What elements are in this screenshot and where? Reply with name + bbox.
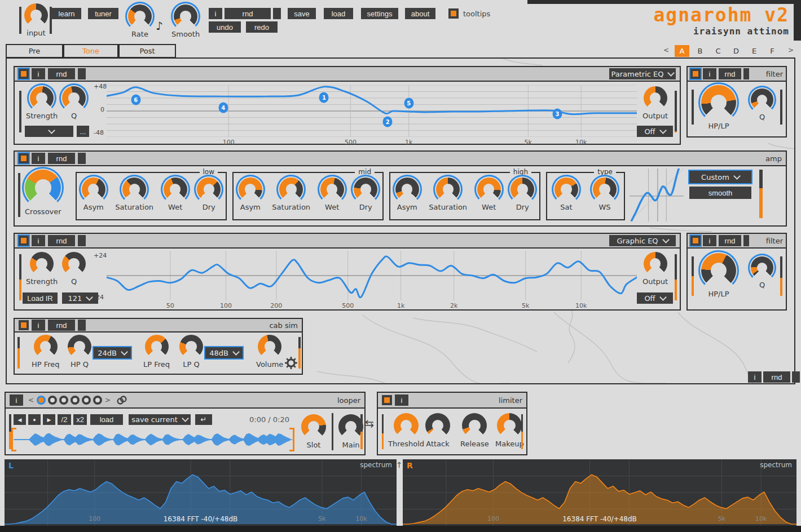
tab-pre[interactable]: Pre — [6, 44, 63, 58]
load-button[interactable]: load — [324, 8, 353, 19]
swap-channels-icon[interactable]: ⇆ — [365, 417, 374, 429]
band-dropdown[interactable] — [25, 126, 73, 137]
rate-knob[interactable]: Rate — [128, 5, 152, 38]
bands-dropdown[interactable]: 121 — [62, 292, 98, 304]
threshold-knob[interactable]: Threshold — [388, 413, 424, 448]
preset-slot-c[interactable]: C — [711, 45, 725, 57]
randomize-button[interactable]: rnd — [719, 235, 741, 246]
saturation-knob[interactable]: Saturation — [115, 178, 153, 211]
randomize-button[interactable]: rnd — [48, 320, 75, 331]
strength-knob[interactable]: Strength — [26, 252, 58, 286]
save-button[interactable]: save — [288, 8, 316, 19]
asym-knob[interactable]: Asym — [82, 178, 105, 211]
play-button[interactable]: ▶ — [43, 414, 55, 425]
info-button[interactable]: i — [703, 235, 716, 246]
info-button[interactable]: i — [703, 68, 716, 79]
tab-tone[interactable]: Tone — [63, 44, 118, 58]
limiter-enable-checkbox[interactable] — [382, 395, 392, 405]
attack-knob[interactable]: Attack — [425, 413, 450, 448]
hp-q-knob[interactable]: HP Q — [68, 335, 91, 369]
save-current-dropdown[interactable]: save current — [129, 414, 191, 425]
loop-start-bracket[interactable] — [11, 428, 16, 451]
about-button[interactable]: about — [405, 8, 435, 19]
output-knob[interactable]: Output — [642, 252, 668, 286]
blank-button[interactable] — [743, 235, 749, 246]
tab-post[interactable]: Post — [118, 44, 176, 58]
undo-button[interactable]: undo — [209, 21, 241, 33]
q-knob[interactable]: Q — [62, 252, 86, 286]
waveshaper-display[interactable] — [630, 169, 684, 221]
info-button[interactable]: i — [209, 8, 222, 19]
crossover-knob[interactable]: Crossover — [25, 170, 61, 216]
eq-band-handle-2[interactable]: 2 — [383, 117, 393, 127]
eq-type-dropdown[interactable]: Parametric EQ — [609, 68, 676, 79]
loop-slot-2[interactable] — [48, 396, 57, 405]
preset-slot-d[interactable]: D — [729, 45, 743, 57]
strength-knob[interactable]: Strength — [26, 86, 58, 120]
learn-button[interactable]: learn — [52, 8, 81, 19]
loop-slot-3[interactable] — [59, 396, 68, 405]
eq-band-handle-5[interactable]: 5 — [404, 98, 413, 109]
cab-sim-enable-checkbox[interactable] — [19, 320, 29, 330]
slot-volume-knob[interactable]: Slot — [301, 414, 326, 449]
slot-next[interactable]: > — [105, 396, 111, 404]
info-button[interactable]: i — [32, 68, 45, 79]
eq-band-handle-1[interactable]: 1 — [319, 92, 329, 103]
dry-knob[interactable]: Dry — [510, 178, 534, 211]
release-knob[interactable]: Release — [460, 413, 489, 448]
loop-load-button[interactable]: load — [90, 414, 123, 425]
tuner-button[interactable]: tuner — [88, 8, 118, 19]
blank-button[interactable] — [273, 8, 281, 19]
randomize-button[interactable]: rnd — [48, 235, 75, 246]
hp-freq-knob[interactable]: HP Freq — [32, 335, 60, 369]
record-button[interactable]: ● — [28, 414, 41, 425]
preset-slot-a[interactable]: A — [675, 45, 689, 57]
link-icon[interactable] — [116, 395, 128, 405]
blank-button[interactable] — [78, 320, 86, 331]
filter-q-knob[interactable]: Q — [751, 88, 773, 121]
dry-knob[interactable]: Dry — [197, 178, 221, 211]
hplp-knob[interactable]: HP/LP — [701, 253, 736, 298]
eq-band-handle-3[interactable]: 3 — [553, 108, 562, 119]
saturation-knob[interactable]: Saturation — [429, 178, 467, 211]
wet-knob[interactable]: Wet — [320, 178, 344, 211]
preset-slot-e[interactable]: E — [747, 45, 762, 57]
gear-icon[interactable] — [284, 356, 298, 370]
loop-slot-6[interactable] — [93, 396, 102, 405]
note-icon[interactable]: ♪ — [156, 19, 163, 33]
hp-slope-dropdown[interactable]: 24dB — [94, 347, 131, 358]
info-button[interactable]: i — [32, 320, 45, 331]
double-speed-button[interactable]: x2 — [73, 414, 87, 425]
randomize-button[interactable]: rnd — [225, 8, 271, 19]
volume-knob[interactable]: Volume — [256, 335, 283, 369]
lp-q-knob[interactable]: LP Q — [179, 335, 203, 369]
blank-button[interactable] — [78, 68, 86, 79]
loop-slot-5[interactable] — [82, 396, 91, 405]
slot-prev[interactable]: < — [28, 396, 34, 404]
eq-band-handle-6[interactable]: 6 — [131, 94, 140, 105]
input-knob[interactable]: input — [24, 3, 48, 37]
loop-end-bracket[interactable] — [289, 428, 294, 451]
settings-button[interactable]: settings — [361, 8, 398, 19]
wet-knob[interactable]: Wet — [164, 178, 187, 211]
bypass-dropdown[interactable]: Off — [637, 292, 673, 304]
randomize-button[interactable]: rnd — [719, 68, 741, 79]
up-arrow-icon[interactable]: ↑ — [396, 460, 403, 469]
randomize-button[interactable]: rnd — [48, 68, 75, 79]
blank-button[interactable] — [78, 153, 86, 164]
hplp-knob[interactable]: HP/LP — [701, 85, 736, 130]
q-knob[interactable]: Q — [62, 86, 86, 120]
info-button[interactable]: i — [395, 394, 408, 406]
parametric-eq-graph[interactable]: 1005001k5k10k123456 — [107, 85, 637, 137]
loop-waveform[interactable] — [11, 428, 294, 451]
eq-type-dropdown[interactable]: Graphic EQ — [609, 235, 676, 246]
filter-q-knob[interactable]: Q — [751, 256, 773, 289]
saturation-knob[interactable]: Saturation — [272, 178, 310, 211]
loop-slot-4[interactable] — [71, 396, 80, 405]
tooltips-checkbox[interactable] — [448, 8, 459, 19]
asym-knob[interactable]: Asym — [239, 178, 262, 211]
preset-slot-f[interactable]: F — [765, 45, 780, 57]
loop-back-button[interactable]: ◀ — [14, 414, 26, 425]
parametric-eq-enable-checkbox[interactable] — [19, 69, 29, 79]
blank-button[interactable] — [792, 371, 800, 383]
